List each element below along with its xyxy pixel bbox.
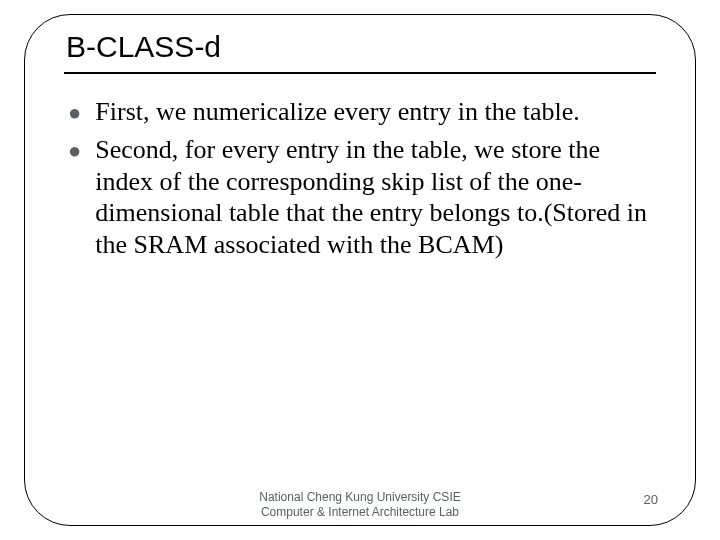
list-item: ● First, we numericalize every entry in …: [66, 96, 660, 130]
bullet-text: First, we numericalize every entry in th…: [95, 96, 660, 128]
slide-title: B-CLASS-d: [66, 30, 654, 70]
footer-org-line1: National Cheng Kung University CSIE: [0, 490, 720, 505]
slide-border: [24, 14, 696, 526]
title-underline: [64, 72, 656, 74]
footer-org-line2: Computer & Internet Architecture Lab: [0, 505, 720, 520]
footer-org: National Cheng Kung University CSIE Comp…: [0, 490, 720, 520]
slide-body: ● First, we numericalize every entry in …: [66, 96, 660, 265]
bullet-icon: ●: [68, 134, 81, 168]
slide-footer: National Cheng Kung University CSIE Comp…: [0, 490, 720, 522]
page-number: 20: [644, 492, 658, 507]
list-item: ● Second, for every entry in the table, …: [66, 134, 660, 261]
bullet-icon: ●: [68, 96, 81, 130]
bullet-text: Second, for every entry in the table, we…: [95, 134, 660, 261]
slide: B-CLASS-d ● First, we numericalize every…: [0, 0, 720, 540]
